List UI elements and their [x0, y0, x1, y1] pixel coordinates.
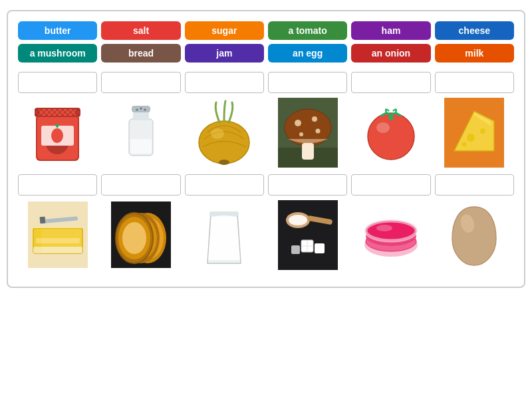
svg-point-22	[211, 128, 224, 139]
image-cheese	[435, 96, 514, 169]
svg-point-29	[315, 128, 320, 133]
image-mushroom	[268, 96, 347, 169]
word-chip-bread[interactable]: bread	[101, 44, 180, 63]
answer-box-2-5[interactable]	[351, 174, 430, 196]
image-bread	[101, 198, 180, 271]
svg-point-21	[219, 160, 229, 165]
word-chip-ham[interactable]: ham	[351, 21, 430, 40]
svg-rect-13	[133, 111, 149, 120]
svg-point-30	[299, 132, 303, 136]
svg-point-40	[480, 128, 485, 134]
image-salt	[101, 96, 180, 169]
word-chip-butter[interactable]: butter	[18, 21, 97, 40]
answer-box-2-4[interactable]	[268, 174, 347, 196]
svg-rect-72	[315, 243, 325, 253]
svg-rect-64	[278, 200, 338, 270]
svg-rect-18	[130, 139, 152, 154]
svg-point-81	[376, 225, 392, 231]
answer-row-1	[18, 72, 514, 93]
image-section-row1	[18, 72, 514, 169]
svg-point-7	[51, 128, 63, 143]
image-butter	[18, 198, 97, 271]
svg-rect-51	[39, 217, 45, 224]
answer-box-2-3[interactable]	[185, 174, 264, 196]
word-bank: butter salt sugar a tomato ham cheese a …	[18, 21, 514, 63]
word-chip-onion[interactable]: an onion	[351, 44, 430, 63]
word-chip-salt[interactable]: salt	[101, 21, 180, 40]
svg-rect-62	[209, 211, 239, 216]
image-row-1	[18, 96, 514, 169]
answer-box-1-2[interactable]	[101, 72, 180, 93]
svg-point-15	[136, 109, 138, 111]
svg-point-39	[467, 134, 475, 142]
answer-box-1-5[interactable]	[351, 72, 430, 93]
svg-point-28	[312, 116, 317, 122]
word-chip-mushroom[interactable]: a mushroom	[18, 44, 97, 63]
image-row-2	[18, 198, 514, 271]
answer-box-2-6[interactable]	[435, 174, 514, 196]
svg-point-63	[212, 215, 236, 221]
svg-point-67	[289, 215, 307, 225]
word-chip-jam[interactable]: jam	[185, 44, 264, 63]
answer-box-1-4[interactable]	[268, 72, 347, 93]
svg-point-60	[122, 222, 146, 254]
svg-marker-46	[33, 227, 82, 228]
svg-point-41	[462, 142, 467, 146]
svg-rect-31	[302, 143, 314, 160]
svg-rect-73	[291, 245, 300, 254]
svg-point-17	[144, 109, 146, 111]
answer-box-2-2[interactable]	[101, 174, 180, 196]
word-chip-egg[interactable]: an egg	[268, 44, 347, 63]
word-chip-sugar[interactable]: sugar	[185, 21, 264, 40]
svg-point-27	[295, 120, 301, 126]
image-section-row2	[18, 174, 514, 271]
image-tomato	[351, 96, 430, 169]
image-sugar	[268, 198, 347, 271]
answer-box-1-6[interactable]	[435, 72, 514, 93]
image-milk	[185, 198, 264, 271]
answer-box-2-1[interactable]	[18, 174, 97, 196]
answer-box-1-1[interactable]	[18, 72, 97, 93]
image-egg	[435, 198, 514, 271]
word-chip-milk[interactable]: milk	[435, 44, 514, 63]
image-onion	[185, 96, 264, 169]
svg-point-34	[376, 122, 390, 133]
svg-rect-4	[35, 108, 80, 117]
image-ham	[351, 198, 430, 271]
answer-box-1-3[interactable]	[185, 72, 264, 93]
svg-point-16	[140, 108, 142, 110]
word-chip-tomato[interactable]: a tomato	[268, 21, 347, 40]
image-jam	[18, 96, 97, 169]
answer-row-2	[18, 174, 514, 196]
word-chip-cheese[interactable]: cheese	[435, 21, 514, 40]
svg-rect-48	[33, 247, 82, 253]
svg-rect-49	[36, 238, 80, 243]
